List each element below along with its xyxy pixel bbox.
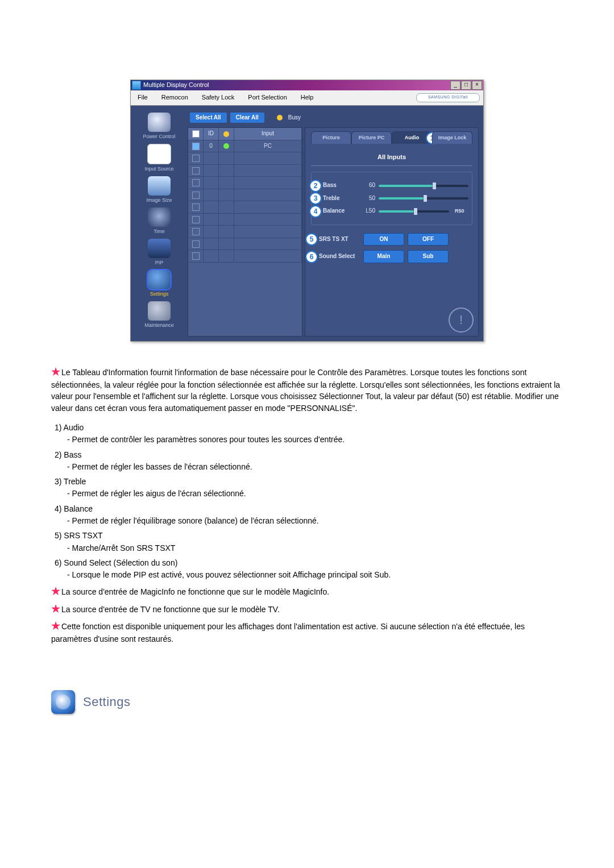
slider-track[interactable] — [379, 210, 449, 213]
table-row — [188, 152, 302, 165]
sidebar-item-pip[interactable]: PIP — [142, 239, 176, 267]
row-checkbox[interactable] — [192, 228, 200, 235]
callout-4: 4 — [310, 206, 321, 217]
slider-treble[interactable]: 3 Treble 50 — [315, 194, 468, 203]
list-item: 2) Bass- Permet de régler les basses de … — [55, 449, 563, 473]
menu-bar: File Remocon Safety Lock Port Selection … — [131, 90, 483, 106]
srs-off-button[interactable]: OFF — [408, 233, 449, 246]
slider-track[interactable] — [379, 197, 468, 200]
section-title: Settings — [83, 693, 131, 711]
list-item: 1) Audio- Permet de contrôler les paramè… — [55, 422, 563, 446]
table-row — [188, 238, 302, 251]
callout-5: 5 — [306, 234, 317, 244]
maintenance-icon — [148, 301, 171, 321]
app-screenshot: Multiple Display Control _ □ × File Remo… — [130, 80, 484, 342]
settings-icon — [148, 270, 171, 289]
row-checkbox[interactable] — [192, 252, 200, 260]
star-icon: ★ — [51, 601, 59, 616]
intro-note: ★Le Tableau d'Information fournit l'info… — [51, 364, 563, 414]
numbered-list: 1) Audio- Permet de contrôler les paramè… — [55, 422, 563, 581]
app-icon — [132, 81, 141, 90]
info-watermark-icon: ! — [449, 308, 474, 333]
row-checkbox[interactable] — [192, 179, 200, 186]
tab-picture[interactable]: Picture — [311, 131, 351, 144]
power-icon — [148, 113, 171, 132]
tab-image-lock[interactable]: Image Lock — [432, 131, 472, 144]
callout-3: 3 — [310, 193, 321, 203]
footnotes: ★La source d'entrée de MagicInfo ne fonc… — [51, 584, 563, 645]
row-input: PC — [234, 140, 302, 152]
table-row — [188, 165, 302, 177]
sliders-group: 2 Bass 60 3 Treble 50 — [311, 172, 472, 225]
busy-label: Busy — [288, 114, 301, 122]
slider-track[interactable] — [379, 185, 468, 187]
clear-all-button[interactable]: Clear All — [230, 113, 264, 123]
list-item: 3) Treble- Permet de régler les aigus de… — [55, 476, 563, 500]
sidebar-item-image-size[interactable]: Image Size — [142, 176, 176, 204]
col-input: Input — [234, 128, 302, 140]
table-header: ID Input — [188, 128, 302, 140]
tab-audio[interactable]: Audio1 — [392, 131, 432, 144]
settings-panel: Picture Picture PC Audio1 Image Lock All… — [305, 127, 479, 337]
slider-balance[interactable]: 4 Balance L50 R50 — [315, 207, 468, 215]
row-sound-select: 6 Sound Select Main Sub — [311, 250, 472, 263]
slider-bass[interactable]: 2 Bass 60 — [315, 181, 468, 190]
intro-text: Le Tableau d'Information fournit l'infor… — [51, 368, 560, 413]
status-dot-icon — [223, 143, 229, 149]
panel-heading: All Inputs — [311, 153, 472, 166]
select-all-button[interactable]: Select All — [190, 113, 227, 123]
pip-icon — [148, 239, 171, 258]
close-button[interactable]: × — [472, 81, 482, 90]
menu-safety-lock[interactable]: Safety Lock — [195, 92, 241, 104]
restore-button[interactable]: □ — [461, 81, 471, 90]
menu-help[interactable]: Help — [294, 92, 321, 104]
settings-section-icon — [51, 690, 75, 714]
menu-port-selection[interactable]: Port Selection — [241, 92, 293, 104]
checkbox-icon — [192, 130, 200, 138]
row-checkbox[interactable] — [192, 155, 200, 162]
table-row — [188, 201, 302, 214]
table-row — [188, 189, 302, 202]
menu-remocon[interactable]: Remocon — [155, 92, 195, 104]
sidebar-item-input-source[interactable]: Input Source — [142, 144, 176, 173]
row-srs-tsxt: 5 SRS TS XT ON OFF — [311, 233, 472, 246]
input-source-icon — [147, 144, 171, 164]
row-checkbox[interactable] — [192, 143, 200, 150]
list-item: 6) Sound Select (Sélection du son)- Lors… — [55, 557, 563, 581]
table-row — [188, 226, 302, 238]
star-icon: ★ — [51, 364, 59, 379]
table-row — [188, 214, 302, 226]
table-row[interactable]: 0 PC — [188, 140, 302, 153]
row-checkbox[interactable] — [192, 167, 200, 175]
minimize-button[interactable]: _ — [450, 81, 460, 90]
display-table: ID Input 0 PC — [188, 127, 302, 337]
sound-main-button[interactable]: Main — [363, 250, 404, 263]
star-icon: ★ — [51, 618, 59, 633]
callout-2: 2 — [310, 181, 321, 191]
row-checkbox[interactable] — [192, 216, 200, 223]
menu-file[interactable]: File — [131, 92, 155, 104]
sidebar-item-time[interactable]: Time — [142, 207, 176, 235]
tab-picture-pc[interactable]: Picture PC — [351, 131, 392, 144]
image-size-icon — [148, 176, 171, 196]
row-checkbox[interactable] — [192, 203, 200, 211]
busy-indicator-icon — [277, 115, 283, 121]
table-row — [188, 177, 302, 189]
table-row — [188, 250, 302, 263]
list-item: 4) Balance- Permet de régler l'équilibra… — [55, 503, 563, 527]
star-icon: ★ — [51, 584, 59, 599]
sidebar-item-settings[interactable]: Settings — [142, 270, 176, 298]
sidebar-item-power-control[interactable]: Power Control — [142, 113, 176, 140]
srs-on-button[interactable]: ON — [363, 233, 404, 246]
window-title: Multiple Display Control — [143, 81, 450, 90]
row-id: 0 — [204, 140, 219, 152]
row-checkbox[interactable] — [192, 192, 200, 199]
sidebar: Power Control Input Source Image Size Ti… — [131, 106, 188, 341]
status-header-icon — [223, 131, 229, 137]
list-item: 5) SRS TSXT- Marche/Arrêt Son SRS TSXT — [55, 530, 563, 554]
sidebar-item-maintenance[interactable]: Maintenance — [142, 301, 176, 329]
title-bar: Multiple Display Control _ □ × — [131, 80, 483, 90]
row-checkbox[interactable] — [192, 240, 200, 248]
time-icon — [148, 207, 171, 227]
sound-sub-button[interactable]: Sub — [408, 250, 449, 263]
